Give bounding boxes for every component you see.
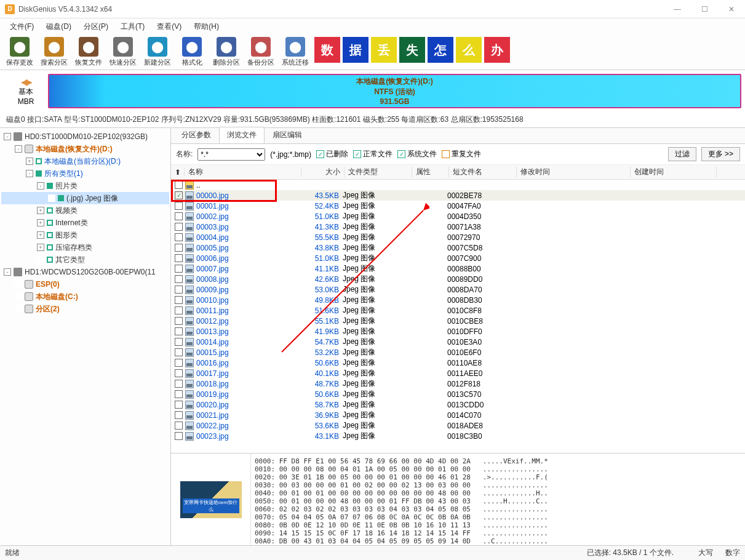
file-row[interactable]: 00023.jpg43.1KBJpeg 图像0018C3B0 [171,431,745,441]
toolbar-button[interactable]: ⬤删除分区 [209,36,244,68]
file-row[interactable]: 00014.jpg54.7KBJpeg 图像0010E3A0 [171,337,745,347]
col-mtime[interactable]: 修改时间 [517,167,631,177]
row-checkbox[interactable] [175,244,183,252]
row-checkbox[interactable] [175,254,183,262]
tree-expand-icon[interactable]: + [26,158,33,165]
tree-row[interactable]: -HD0:ST1000DM010-2EP102(932GB) [1,130,169,143]
tab[interactable]: 扇区编辑 [265,127,310,143]
toolbar-button[interactable]: ⬤快速分区 [106,36,140,68]
filter-button[interactable]: 过滤 [668,147,696,161]
col-type[interactable]: 文件类型 [345,167,412,177]
menu-item[interactable]: 查看(V) [152,20,186,33]
col-ctime[interactable]: 创建时间 [631,167,717,177]
file-row[interactable]: 00019.jpg50.6KBJpeg 图像0013C570 [171,389,745,399]
nav-arrows-icon[interactable]: ◀▶ [21,77,31,87]
file-row[interactable]: 00002.jpg51.0KBJpeg 图像0004D350 [171,211,745,222]
col-name[interactable]: 名称 [185,167,301,177]
file-row[interactable]: 00016.jpg50.6KBJpeg 图像00110AE8 [171,358,745,368]
file-row[interactable]: 00000.jpg43.5KBJpeg 图像0002BE78 [171,190,745,201]
toolbar-button[interactable]: ⬤系统迁移 [278,36,313,68]
file-row[interactable]: 00008.jpg42.6KBJpeg 图像00089DD0 [171,274,745,284]
row-checkbox[interactable] [175,233,183,241]
col-size[interactable]: 大小 [301,167,345,177]
menu-item[interactable]: 工具(T) [116,20,149,33]
row-checkbox[interactable] [175,275,183,283]
file-row[interactable]: 00006.jpg51.0KBJpeg 图像0007C900 [171,253,745,263]
row-checkbox[interactable] [175,181,183,189]
file-row[interactable]: 00018.jpg48.7KBJpeg 图像0012F818 [171,378,745,389]
row-checkbox[interactable] [175,411,183,419]
row-checkbox[interactable] [175,296,183,304]
tree-row[interactable]: -HD1:WDCWDS120G2G0B-00EPW0(11 [1,266,169,278]
chk-normal[interactable]: ✓正常文件 [353,149,392,159]
name-select[interactable]: *.* [197,148,265,161]
tree-row[interactable]: +本地磁盘(当前分区)(D:) [1,155,169,167]
tree-row[interactable]: -本地磁盘(恢复文件)(D:) [1,143,169,155]
parent-row[interactable]: .. [171,180,745,190]
file-row[interactable]: 00022.jpg53.6KBJpeg 图像0018ADE8 [171,420,745,431]
tree-row[interactable]: 其它类型 [1,254,169,266]
menu-item[interactable]: 分区(P) [79,20,113,33]
tree-expand-icon[interactable]: - [4,133,11,140]
row-checkbox[interactable] [175,202,183,210]
tree-expand-icon[interactable]: - [26,170,33,177]
file-row[interactable]: 00015.jpg53.2KBJpeg 图像0010E6F0 [171,347,745,358]
col-attr[interactable]: 属性 [412,167,449,177]
menu-item[interactable]: 文件(F) [5,20,39,33]
file-row[interactable]: 00013.jpg41.9KBJpeg 图像0010DFF0 [171,326,745,337]
tree-expand-icon[interactable]: - [15,145,22,153]
row-checkbox[interactable] [175,401,183,409]
row-checkbox[interactable] [175,223,183,231]
tree-row[interactable]: 本地磁盘(C:) [1,290,169,303]
row-checkbox[interactable] [175,212,183,220]
chk-system[interactable]: ✓系统文件 [397,149,437,159]
row-checkbox[interactable] [175,265,183,273]
tree-row[interactable]: ESP(0) [1,278,169,290]
tree-row[interactable]: (.jpg) Jpeg 图像 [1,192,169,204]
file-row[interactable]: 00005.jpg43.8KBJpeg 图像0007C5D8 [171,242,745,253]
tree-panel[interactable]: -HD0:ST1000DM010-2EP102(932GB)-本地磁盘(恢复文件… [0,128,171,545]
tab[interactable]: 浏览文件 [219,127,265,143]
file-row[interactable]: 00003.jpg41.3KBJpeg 图像00071A38 [171,222,745,232]
file-row[interactable]: 00021.jpg36.9KBJpeg 图像0014C070 [171,410,745,420]
row-checkbox[interactable] [175,422,183,430]
row-checkbox[interactable] [175,306,183,314]
hex-dump[interactable]: 0000: FF D8 FF E1 00 56 45 78 69 66 00 0… [251,454,745,545]
row-checkbox[interactable] [175,286,183,294]
file-row[interactable]: 00001.jpg52.4KBJpeg 图像00047FA0 [171,201,745,211]
close-button[interactable]: ✕ [723,5,740,14]
menu-item[interactable]: 磁盘(D) [41,20,76,33]
row-checkbox[interactable] [175,390,183,398]
chk-deleted[interactable]: ✓已删除 [316,149,348,159]
more-button[interactable]: 更多 >> [701,147,740,161]
row-checkbox[interactable] [175,380,183,388]
tree-row[interactable]: -所有类型(1) [1,167,169,180]
tree-row[interactable]: +视频类 [1,204,169,217]
tree-expand-icon[interactable]: - [4,268,11,276]
toolbar-button[interactable]: ⬤格式化 [175,36,209,68]
tab[interactable]: 分区参数 [173,127,219,143]
maximize-button[interactable]: ☐ [696,5,713,14]
tree-expand-icon[interactable]: - [37,182,44,190]
file-row[interactable]: 00012.jpg55.1KBJpeg 图像0010CBE8 [171,316,745,326]
tree-row[interactable]: +图形类 [1,229,169,241]
toolbar-button[interactable]: ⬤备份分区 [244,36,278,68]
file-row[interactable]: 00011.jpg51.6KBJpeg 图像0010C8F8 [171,305,745,316]
file-row[interactable]: 00007.jpg41.1KBJpeg 图像00088B00 [171,263,745,274]
partition-bar[interactable]: 本地磁盘(恢复文件)(D:) NTFS (活动) 931.5GB [48,74,741,108]
col-up-arrow[interactable]: ⬆ [171,168,185,177]
row-checkbox[interactable] [175,338,183,346]
row-checkbox[interactable] [175,359,183,367]
chk-repeat[interactable]: 重复文件 [442,149,481,159]
tree-row[interactable]: -照片类 [1,180,169,192]
toolbar-button[interactable]: ⬤恢复文件 [71,36,106,68]
file-row[interactable]: 00010.jpg49.8KBJpeg 图像0008DB30 [171,295,745,305]
row-checkbox[interactable] [175,191,183,199]
row-checkbox[interactable] [175,327,183,335]
minimize-button[interactable]: — [669,5,686,14]
tree-row[interactable]: 分区(2) [1,303,169,315]
row-checkbox[interactable] [175,348,183,356]
tree-expand-icon[interactable]: + [37,244,44,251]
menu-item[interactable]: 帮助(H) [189,20,224,33]
toolbar-button[interactable]: ⬤搜索分区 [37,36,71,68]
